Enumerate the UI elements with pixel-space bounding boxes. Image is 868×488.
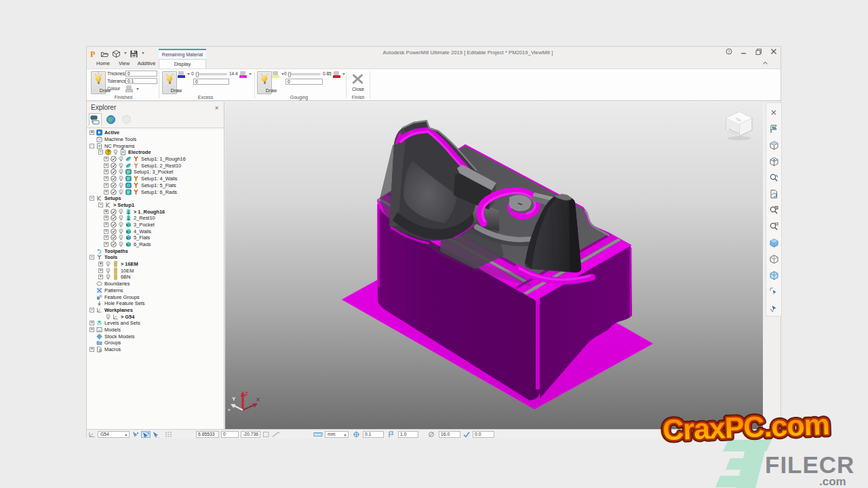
dropdown-caret[interactable] <box>344 434 347 436</box>
block-icon[interactable] <box>112 49 121 58</box>
workplane-selector[interactable]: G54 <box>98 431 130 438</box>
tree-expand-icon[interactable]: + <box>98 274 103 279</box>
select-box-icon[interactable] <box>768 283 780 300</box>
tree-expand-icon[interactable]: + <box>104 163 108 168</box>
cursor-rotate-icon[interactable] <box>152 431 161 438</box>
tree-item-3-pocket[interactable]: +3_Pocket <box>87 222 224 228</box>
finished-colour-swatch[interactable] <box>125 85 133 92</box>
cursor-position-icon[interactable] <box>141 431 151 438</box>
relative-coords-icon[interactable] <box>262 431 270 438</box>
gouging-min-colour-swatch[interactable] <box>272 71 279 78</box>
block-dropdown-caret[interactable] <box>124 52 127 54</box>
tree-expand-icon[interactable]: + <box>104 169 108 174</box>
finished-draw-button[interactable]: Draw <box>91 71 106 94</box>
zoom-window-icon[interactable] <box>768 202 780 218</box>
tree-item-boundaries[interactable]: Boundaries <box>87 281 224 287</box>
excess-min-colour-caret[interactable] <box>187 73 190 75</box>
tree-item-10em[interactable]: +10EM <box>87 267 224 274</box>
excess-max-colour-caret[interactable] <box>249 73 252 75</box>
tree-item-feature-groups[interactable]: Feature Groups <box>87 293 224 300</box>
tree-item-2-rest10[interactable]: +2_Rest10 <box>87 215 224 222</box>
gouging-value-input[interactable]: 0 <box>285 79 323 85</box>
tolerance-input[interactable]: 0.1 <box>125 78 157 84</box>
units-selector[interactable]: mm <box>325 431 349 438</box>
excess-max-colour-swatch[interactable] <box>239 71 247 78</box>
explorer-close-icon[interactable]: ✕ <box>214 105 219 111</box>
tree-expand-icon[interactable]: + <box>104 190 108 195</box>
save-dropdown-caret[interactable] <box>142 52 144 54</box>
tree-item-levels-and-sets[interactable]: +Levels and Sets <box>87 320 224 327</box>
tree-item-groups[interactable]: Groups <box>87 340 224 346</box>
gouging-max-colour-swatch[interactable] <box>333 71 340 78</box>
tree-expand-icon[interactable]: + <box>104 176 108 181</box>
tree-item-5-flats[interactable]: +5_Flats <box>87 235 224 241</box>
tree-expand-icon[interactable]: + <box>90 347 94 352</box>
zoom-box-icon[interactable] <box>768 218 780 235</box>
tree-expand-icon[interactable]: + <box>104 242 108 247</box>
tree-expand-icon[interactable]: + <box>98 262 103 266</box>
finished-colour-caret[interactable] <box>136 88 139 90</box>
explorer-tab-web-icon[interactable] <box>104 113 117 126</box>
minimize-button[interactable] <box>740 48 748 56</box>
tree-item-setups[interactable]: -Setups <box>87 195 224 202</box>
tree-expand-icon[interactable]: + <box>90 327 94 332</box>
select-rotate-icon[interactable] <box>768 300 780 316</box>
tool-diameter-input[interactable]: 16.0 <box>439 431 460 438</box>
tree-collapse-icon[interactable]: - <box>90 144 94 148</box>
tab-display-selected[interactable]: Display <box>159 59 206 69</box>
tree-item-active[interactable]: +Active <box>87 129 224 136</box>
tree-item-patterns[interactable]: Patterns <box>87 287 224 294</box>
tree-item-setup1-5-flats[interactable]: +Setup1: 5_Flats <box>87 182 224 189</box>
grid-icon[interactable] <box>165 431 174 438</box>
tab-additive[interactable]: Additive <box>134 59 159 68</box>
tree-item-nc-programs[interactable]: -NC Programs <box>87 142 224 149</box>
coordinate-x-input[interactable]: 6.85533 <box>196 431 219 438</box>
excess-slider[interactable] <box>195 73 227 75</box>
tree-collapse-icon[interactable]: - <box>98 203 103 207</box>
gouging-slider-thumb[interactable] <box>288 72 291 77</box>
tree-item-6bn[interactable]: +6BN <box>87 274 224 281</box>
ribbon-collapse-chevron[interactable] <box>762 60 768 67</box>
tree-item-tools[interactable]: -Tools <box>87 254 224 261</box>
viewport-3d[interactable]: TOP FRONT RIGHT Z X Y * <box>225 102 763 429</box>
plot-view-icon[interactable] <box>768 121 780 137</box>
tree-item-setup1[interactable]: -> Setup1 <box>87 202 224 209</box>
tree-collapse-icon[interactable]: - <box>98 150 103 155</box>
tree-item-1-rough16[interactable]: +> 1_Rough16 <box>87 208 224 215</box>
shaded-view-icon[interactable] <box>768 235 780 251</box>
cursor-snap-icon[interactable] <box>132 431 140 438</box>
tree-item-setup1-1-rough16[interactable]: +Setup1: 1_Rough16 <box>87 156 224 163</box>
gouging-slider[interactable] <box>288 73 321 75</box>
tree-expand-icon[interactable]: + <box>90 321 94 325</box>
open-project-icon[interactable] <box>100 49 109 58</box>
wireframe-view-icon[interactable] <box>768 251 780 267</box>
iso-view-icon[interactable] <box>768 137 780 153</box>
tree-item-models[interactable]: +Models <box>87 327 224 333</box>
dropdown-caret[interactable] <box>125 434 127 436</box>
excess-value-input[interactable]: 0 <box>193 79 229 85</box>
thickness-input[interactable]: 0 <box>125 70 157 77</box>
tree-item-g54[interactable]: > G54 <box>87 313 224 320</box>
tolerance-value-input[interactable]: 0.1 <box>363 431 384 438</box>
tree-expand-icon[interactable]: + <box>104 216 108 220</box>
tree-item-machine-tools[interactable]: Machine Tools <box>87 136 224 143</box>
tree-expand-icon[interactable]: + <box>104 235 108 240</box>
gouging-draw-button[interactable]: Draw <box>257 71 272 94</box>
tree-item-electrode[interactable]: -?Electrode <box>87 149 224 156</box>
tree-collapse-icon[interactable]: - <box>90 308 94 312</box>
coordinate-y-input[interactable]: 0 <box>221 431 239 438</box>
close-panel-icon[interactable] <box>768 104 780 121</box>
tree-item-setup1-4-walls[interactable]: +Setup1: 4_Walls <box>87 176 224 182</box>
tree-item-setup1-3-pocket[interactable]: +Setup1: 3_Pocket <box>87 169 224 176</box>
tree-item-setup1-2-rest10[interactable]: +Setup1: 2_Rest10 <box>87 162 224 169</box>
tree-collapse-icon[interactable]: - <box>90 196 94 201</box>
save-icon[interactable] <box>130 49 138 58</box>
tree-item-stock-models[interactable]: Stock Models <box>87 333 224 340</box>
excess-slider-thumb[interactable] <box>196 72 199 77</box>
coordinate-z-input[interactable]: -20.736 <box>241 431 260 438</box>
measure-icon[interactable] <box>271 431 281 438</box>
tree-item-16em[interactable]: +> 16EM <box>87 261 224 268</box>
view-orient-icon[interactable] <box>768 153 780 169</box>
tip-radius-input[interactable]: 0.0 <box>473 431 494 438</box>
tab-view[interactable]: View <box>114 59 134 68</box>
